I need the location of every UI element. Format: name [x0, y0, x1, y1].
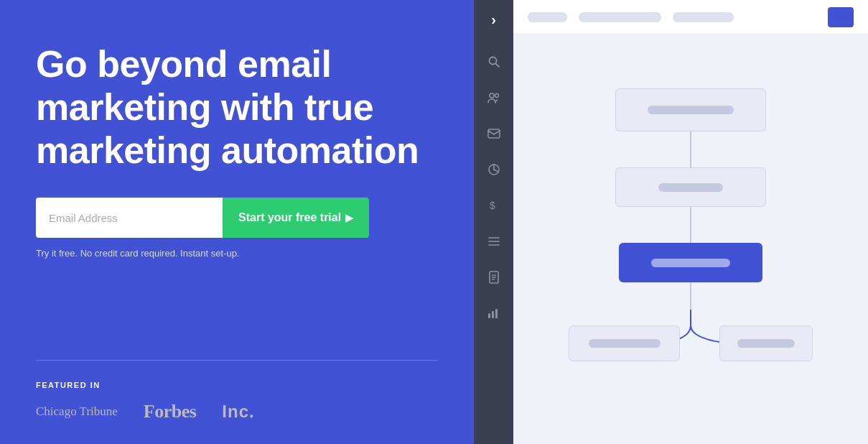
- featured-section: FEATURED IN Chicago Tribune Forbes Inc.: [36, 360, 438, 444]
- workflow-canvas: [513, 34, 868, 444]
- svg-line-1: [495, 64, 499, 68]
- topbar-block-1: [528, 12, 567, 22]
- svg-text:$: $: [490, 200, 495, 211]
- connector-2: [690, 207, 691, 246]
- app-content: [513, 0, 868, 444]
- sidebar-item-contacts[interactable]: [486, 90, 502, 106]
- sidebar-item-analytics[interactable]: [486, 305, 502, 321]
- node-mid-bar: [658, 183, 723, 192]
- workflow-diagram: [569, 88, 813, 390]
- trial-button[interactable]: Start your free trial ▶: [223, 198, 369, 238]
- cta-form: Start your free trial ▶: [36, 198, 438, 238]
- logos-row: Chicago Tribune Forbes Inc.: [36, 401, 438, 422]
- node-top-bar: [648, 106, 734, 114]
- chicago-tribune-logo: Chicago Tribune: [36, 404, 118, 419]
- email-input[interactable]: [36, 198, 223, 238]
- svg-rect-16: [495, 309, 498, 318]
- topbar-block-2: [579, 12, 661, 22]
- svg-rect-4: [488, 129, 500, 138]
- sidebar-item-deals[interactable]: $: [486, 198, 502, 213]
- svg-point-2: [490, 93, 494, 98]
- node-bl-bar: [589, 339, 661, 348]
- workflow-node-mid: [615, 167, 766, 207]
- arrow-icon: ▶: [345, 212, 353, 223]
- sidebar-item-pages[interactable]: [486, 269, 502, 285]
- app-topbar: [513, 0, 868, 34]
- sidebar-item-lists[interactable]: [486, 233, 502, 249]
- page-layout: Go beyond email marketing with true mark…: [0, 0, 868, 444]
- app-preview: ›: [474, 0, 868, 444]
- topbar-block-3: [673, 12, 734, 22]
- forbes-logo: Forbes: [144, 401, 197, 422]
- sidebar-logo-icon[interactable]: ›: [491, 11, 496, 28]
- topbar-cta-button[interactable]: [828, 7, 854, 27]
- connector-1: [690, 131, 691, 167]
- svg-rect-15: [492, 311, 494, 318]
- connector-3: [690, 282, 691, 313]
- hero-section: Go beyond email marketing with true mark…: [0, 0, 474, 444]
- app-sidebar: ›: [474, 0, 513, 444]
- fine-print: Try it free. No credit card required. In…: [36, 248, 438, 259]
- node-br-bar: [737, 339, 795, 348]
- node-action-bar: [651, 259, 730, 267]
- sidebar-item-search[interactable]: [486, 54, 502, 70]
- inc-logo: Inc.: [222, 402, 254, 422]
- sidebar-item-reports[interactable]: [486, 162, 502, 177]
- workflow-node-bottom-right: [719, 325, 813, 361]
- svg-rect-14: [488, 313, 490, 318]
- svg-point-3: [495, 94, 498, 98]
- workflow-node-top: [615, 88, 766, 131]
- workflow-node-action: [619, 243, 762, 282]
- trial-button-label: Start your free trial: [238, 211, 341, 224]
- featured-label: FEATURED IN: [36, 381, 438, 389]
- workflow-node-bottom-left: [569, 325, 680, 361]
- hero-title: Go beyond email marketing with true mark…: [36, 43, 438, 172]
- sidebar-item-email[interactable]: [486, 126, 502, 142]
